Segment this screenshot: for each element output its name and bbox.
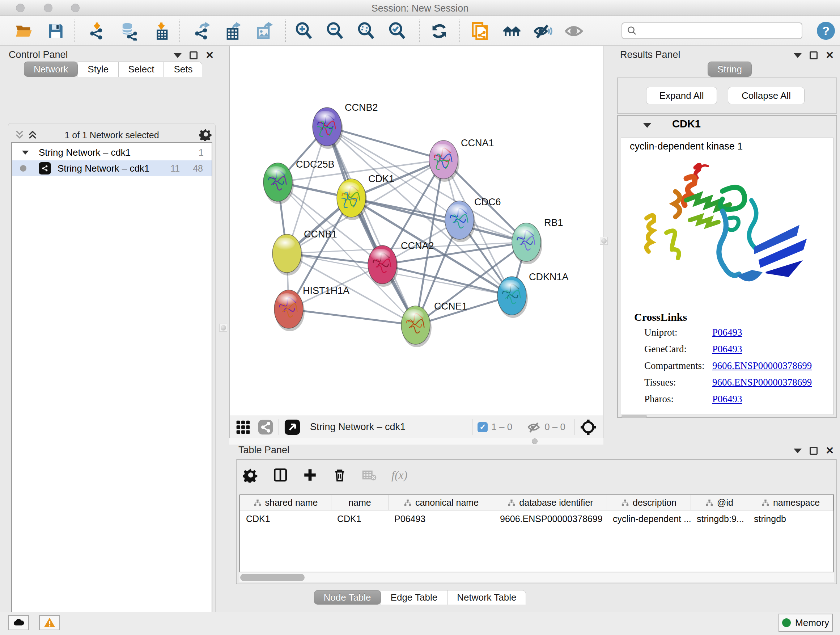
network-node-cdc6[interactable]: CDC6 — [445, 196, 501, 242]
tab-select[interactable]: Select — [118, 62, 164, 77]
eye-icon — [564, 21, 584, 41]
float-panel-icon[interactable] — [810, 447, 818, 455]
import-network-file-button[interactable] — [87, 21, 107, 41]
tab-string[interactable]: String — [707, 62, 752, 77]
search-field[interactable] — [622, 22, 802, 39]
node-label: CCNB2 — [345, 102, 378, 113]
network-status-dot — [20, 165, 27, 172]
export-table-button[interactable] — [223, 21, 243, 41]
fit-selected-icon[interactable] — [579, 418, 597, 436]
export-network-button[interactable] — [192, 21, 212, 41]
cell-6[interactable]: stringdb — [748, 510, 834, 527]
table-horizontal-scrollbar[interactable] — [240, 573, 834, 582]
entry-collapse-icon[interactable] — [643, 123, 651, 128]
float-panel-icon[interactable] — [189, 51, 197, 59]
genecard-link[interactable]: P06493 — [712, 344, 742, 355]
column-header-shared-name[interactable]: shared name — [240, 495, 332, 510]
tab-sets[interactable]: Sets — [164, 62, 202, 77]
add-column-icon[interactable] — [302, 467, 317, 483]
network-row-selected[interactable]: String Network – cdk1 11 48 — [12, 160, 212, 176]
zoom-fit-button[interactable] — [356, 21, 376, 41]
tab-node-table[interactable]: Node Table — [314, 590, 381, 605]
column-header-database-identifier[interactable]: database identifier — [494, 495, 607, 510]
network-node-rb1[interactable]: RB1 — [512, 217, 563, 264]
crosslink-row: Uniprot: P06493 — [644, 327, 829, 344]
network-collection-row[interactable]: String Network – cdk1 1 — [12, 144, 212, 160]
panel-menu-icon[interactable] — [794, 53, 802, 58]
cloud-button[interactable] — [8, 615, 29, 630]
duplicate-network-button[interactable] — [470, 21, 491, 41]
zoom-selected-button[interactable] — [387, 21, 407, 41]
show-graphics-details-button[interactable] — [564, 21, 584, 41]
compartments-link[interactable]: 9606.ENSP00000378699 — [712, 360, 812, 371]
tab-edge-table[interactable]: Edge Table — [381, 590, 447, 605]
import-table-button[interactable] — [151, 21, 172, 41]
network-edge[interactable] — [289, 309, 416, 325]
right-splitter-handle[interactable] — [600, 237, 608, 245]
gear-icon[interactable] — [199, 128, 212, 141]
delete-column-icon[interactable] — [332, 467, 347, 483]
network-node-cdc25b[interactable]: CDC25B — [264, 159, 335, 204]
cell-4[interactable]: cyclin-dependent ... — [607, 510, 691, 527]
help-button[interactable]: ? — [817, 22, 835, 40]
zoom-in-button[interactable] — [294, 21, 314, 41]
node-count: 11 — [171, 163, 180, 174]
column-header-canonical-name[interactable]: canonical name — [388, 495, 494, 510]
birds-eye-view-icon[interactable] — [284, 419, 301, 435]
network-view-title: String Network – cdk1 — [310, 421, 467, 432]
panel-menu-icon[interactable] — [794, 448, 802, 453]
search-input[interactable] — [638, 26, 793, 36]
import-network-database-button[interactable] — [118, 21, 138, 41]
select-columns-icon[interactable] — [273, 467, 288, 483]
expand-all-button[interactable]: Expand All — [646, 87, 717, 104]
network-node-ccnb2[interactable]: CCNB2 — [313, 102, 378, 149]
selected-nodes-checkbox[interactable]: ✓ — [477, 422, 488, 432]
hide-graphics-details-button[interactable] — [532, 21, 553, 41]
uniprot-link[interactable]: P06493 — [712, 327, 742, 338]
panel-menu-icon[interactable] — [174, 53, 182, 58]
edge-count: 48 — [193, 163, 203, 174]
column-header--id[interactable]: @id — [691, 495, 748, 510]
save-session-button[interactable] — [46, 21, 66, 41]
cell-3[interactable]: 9606.ENSP00000378699 — [494, 510, 607, 527]
tissues-link[interactable]: 9606.ENSP00000378699 — [712, 377, 812, 388]
share-view-icon[interactable] — [257, 419, 273, 435]
tab-network[interactable]: Network — [24, 62, 78, 77]
float-panel-icon[interactable] — [810, 51, 818, 59]
apply-layout-button[interactable] — [429, 21, 449, 41]
results-scroll-thumb[interactable] — [622, 415, 647, 418]
table-row[interactable]: CDK1CDK1P064939606.ENSP00000378699cyclin… — [240, 510, 834, 527]
network-node-hist1h1a[interactable]: HIST1H1A — [274, 285, 349, 331]
cell-0[interactable]: CDK1 — [240, 510, 332, 527]
column-header-name[interactable]: name — [332, 495, 388, 510]
show-all-networks-button[interactable] — [502, 21, 523, 41]
cell-1[interactable]: CDK1 — [332, 510, 388, 527]
zoom-out-button[interactable] — [325, 21, 345, 41]
title-bar: Session: New Session — [0, 0, 840, 16]
scrollbar-thumb[interactable] — [240, 574, 305, 581]
network-node-ccne1[interactable]: CCNE1 — [401, 301, 467, 347]
export-image-button[interactable] — [254, 21, 274, 41]
left-splitter-handle[interactable] — [219, 324, 227, 332]
pharos-link[interactable]: P06493 — [712, 394, 742, 405]
warnings-button[interactable] — [39, 615, 60, 630]
tab-network-table[interactable]: Network Table — [447, 590, 526, 605]
close-panel-icon[interactable]: ✕ — [826, 51, 834, 59]
column-header-description[interactable]: description — [607, 495, 691, 510]
table-gear-icon[interactable] — [243, 467, 258, 483]
cell-5[interactable]: stringdb:9... — [691, 510, 748, 527]
grid-view-icon[interactable] — [235, 419, 251, 435]
network-node-ccna1[interactable]: CCNA1 — [429, 138, 494, 182]
memory-button[interactable]: Memory — [778, 614, 833, 632]
column-header-namespace[interactable]: namespace — [748, 495, 834, 510]
network-node-cdkn1a[interactable]: CDKN1A — [497, 272, 569, 318]
collapse-all-button[interactable]: Collapse All — [728, 87, 805, 104]
cell-2[interactable]: P06493 — [388, 510, 494, 527]
close-panel-icon[interactable]: ✕ — [826, 447, 834, 455]
tab-style[interactable]: Style — [78, 62, 118, 77]
network-canvas[interactable]: CCNB2CCNA1CDC25BCDK1CDC6RB1CCNB1CCNA2CDK… — [229, 46, 603, 416]
close-panel-icon[interactable]: ✕ — [205, 51, 214, 59]
open-session-button[interactable] — [14, 21, 34, 41]
control-panel-title: Control Panel — [9, 49, 68, 60]
tree-expand-icon[interactable] — [22, 150, 29, 154]
